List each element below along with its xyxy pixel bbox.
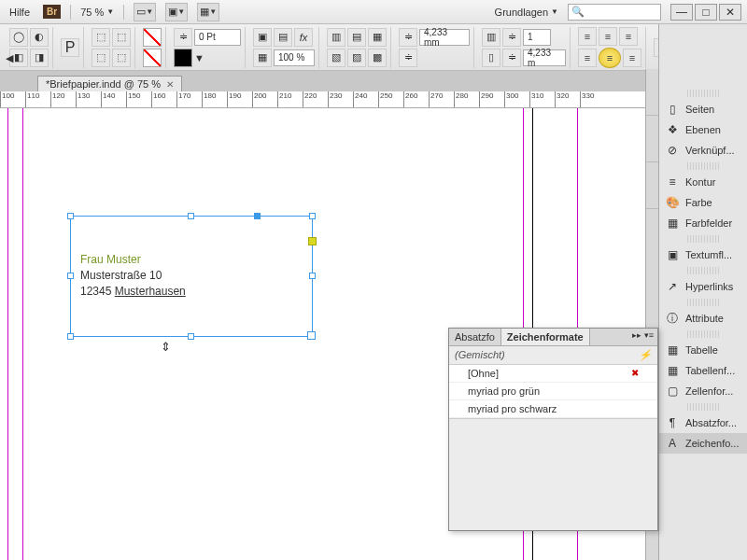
wrap-button[interactable]: ▥	[327, 28, 345, 47]
panel-label: Seiten	[685, 104, 714, 115]
opacity-icon[interactable]: ▦	[253, 49, 272, 67]
collapse-icon[interactable]: ▸▸	[632, 330, 641, 343]
align-center-highlighted[interactable]: ≡	[599, 48, 621, 68]
tool-icon[interactable]: ⬚	[92, 28, 110, 47]
maximize-button[interactable]: □	[695, 4, 717, 21]
stepper-icon[interactable]: ≑	[174, 28, 192, 47]
panel-grip[interactable]	[687, 403, 719, 411]
panel-attribute[interactable]: ⓘAttribute	[659, 308, 747, 329]
fill-none-swatch[interactable]	[143, 28, 162, 47]
panel-grip[interactable]	[687, 267, 719, 274]
cols-icon[interactable]: ▥	[482, 28, 500, 47]
panel-grip[interactable]	[687, 299, 719, 306]
fx-button[interactable]: fx	[294, 28, 313, 47]
fx-button[interactable]: ▤	[274, 28, 292, 47]
in-port-handle[interactable]	[254, 213, 261, 219]
paragraph-icon[interactable]: P	[61, 38, 79, 57]
stroke-style-swatch[interactable]	[174, 49, 192, 67]
resize-handle[interactable]	[309, 213, 316, 219]
screen-mode-button[interactable]: ▣▼	[165, 3, 188, 21]
resize-handle[interactable]	[67, 273, 74, 279]
minimize-button[interactable]: —	[670, 4, 693, 21]
tool-icon[interactable]: ⬚	[112, 49, 131, 67]
stepper-icon[interactable]: ≑	[399, 28, 417, 47]
align-button[interactable]: ≡	[578, 27, 597, 46]
guide-vertical[interactable]	[22, 108, 23, 560]
panel-menu-icon[interactable]: ▾≡	[644, 330, 654, 343]
wrap-button[interactable]: ▧	[327, 49, 345, 67]
columns-field[interactable]: 1	[523, 29, 551, 46]
close-button[interactable]: ✕	[719, 4, 741, 21]
wrap-button[interactable]: ▤	[347, 28, 366, 47]
panel-tabellenf[interactable]: ▦Tabellenf...	[659, 360, 747, 381]
style-item[interactable]: myriad pro schwarz	[449, 400, 657, 418]
style-item-none[interactable]: [Ohne]✖	[449, 365, 657, 383]
close-tab-icon[interactable]: ✕	[166, 79, 174, 90]
tool-icon[interactable]: ◐	[30, 28, 49, 47]
stroke-weight-field[interactable]: 0 Pt	[194, 29, 241, 46]
wrap-button[interactable]: ▨	[347, 49, 366, 67]
size-field-1[interactable]: 4,233 mm	[419, 29, 470, 46]
zoom-dropdown[interactable]: 75 %▼	[80, 7, 114, 18]
tab-scroll-icon[interactable]: ◀	[6, 52, 13, 64]
tool-icon[interactable]: ◨	[30, 49, 49, 67]
panel-absatzfor[interactable]: ¶Absatzfor...	[659, 413, 747, 433]
align-button[interactable]: ≡	[623, 49, 641, 67]
panel-seiten[interactable]: ▯Seiten	[659, 99, 747, 119]
guide-vertical[interactable]	[7, 108, 8, 560]
resize-handle[interactable]	[67, 333, 74, 340]
live-corner-handle[interactable]	[308, 237, 317, 245]
resize-handle[interactable]	[309, 273, 316, 279]
stepper-icon[interactable]: ≑	[399, 49, 417, 67]
tool-icon[interactable]: ◯	[9, 28, 28, 47]
panel-grip[interactable]	[687, 162, 719, 170]
panel-verknupf[interactable]: ⊘Verknüpf...	[659, 140, 747, 161]
wrap-button[interactable]: ▦	[368, 28, 387, 47]
tool-icon[interactable]: ⬚	[92, 49, 110, 67]
align-button[interactable]: ≡	[619, 27, 638, 46]
stroke-none-swatch[interactable]	[143, 49, 162, 67]
panel-grip[interactable]	[687, 235, 719, 243]
search-input[interactable]: 🔍	[568, 4, 661, 21]
style-item[interactable]: myriad pro grün	[449, 383, 657, 400]
help-menu[interactable]: Hilfe	[6, 7, 34, 18]
clear-override-icon[interactable]: ✖	[631, 368, 639, 379]
workspace-dropdown[interactable]: Grundlagen▼	[495, 7, 558, 18]
document-tab[interactable]: *Briefpapier.indd @ 75 % ✕	[37, 76, 182, 91]
bridge-badge[interactable]: Br	[43, 5, 61, 19]
align-button[interactable]: ≡	[599, 27, 617, 46]
gutter-field[interactable]: 4,233 m	[523, 49, 566, 66]
panel-grip[interactable]	[687, 330, 719, 338]
panel-hyperlinks[interactable]: ↗Hyperlinks	[659, 276, 747, 297]
out-port-handle[interactable]	[307, 331, 316, 340]
tab-absatzformate[interactable]: Absatzfo	[449, 329, 501, 345]
resize-handle[interactable]	[188, 333, 194, 340]
panel-kontur[interactable]: ≡Kontur	[659, 172, 747, 192]
character-styles-panel[interactable]: Absatzfo Zeichenformate ▸▸▾≡ (Gemischt)⚡…	[448, 328, 658, 531]
opacity-field[interactable]: 100 %	[274, 49, 315, 66]
tool-icon[interactable]: ⬚	[112, 28, 131, 47]
resize-handle[interactable]	[188, 213, 194, 219]
panel-textumfl[interactable]: ▣Textumfl...	[659, 245, 747, 265]
panel-tabelle[interactable]: ▦Tabelle	[659, 340, 747, 360]
panel-grip[interactable]	[687, 90, 719, 97]
stepper-icon[interactable]: ≑	[502, 28, 521, 47]
panel-zeichenfo[interactable]: AZeichenfo...	[659, 433, 747, 454]
panel-header[interactable]: Absatzfo Zeichenformate ▸▸▾≡	[449, 329, 657, 346]
panel-zellenfor[interactable]: ▢Zellenfor...	[659, 381, 747, 401]
horizontal-ruler[interactable]: 1001101201301401501601701801902002102202…	[0, 91, 658, 108]
gutter-icon[interactable]: ▯	[482, 49, 500, 67]
selected-text-frame[interactable]: Frau Muster Musterstraße 10 12345 Muster…	[70, 216, 313, 337]
resize-handle[interactable]	[67, 213, 74, 219]
align-button[interactable]: ≡	[578, 49, 597, 67]
panel-ebenen[interactable]: ❖Ebenen	[659, 119, 747, 140]
fx-button[interactable]: ▣	[253, 28, 272, 47]
panel-farbe[interactable]: 🎨Farbe	[659, 192, 747, 213]
panel-farbfelder[interactable]: ▦Farbfelder	[659, 213, 747, 233]
arrange-button[interactable]: ▦▼	[197, 3, 219, 21]
stepper-icon[interactable]: ≑	[502, 49, 521, 67]
view-options-button[interactable]: ▭▼	[134, 3, 156, 21]
wrap-button[interactable]: ▩	[368, 49, 387, 67]
tab-zeichenformate[interactable]: Zeichenformate	[501, 329, 590, 345]
flash-icon[interactable]: ⚡	[639, 349, 652, 361]
